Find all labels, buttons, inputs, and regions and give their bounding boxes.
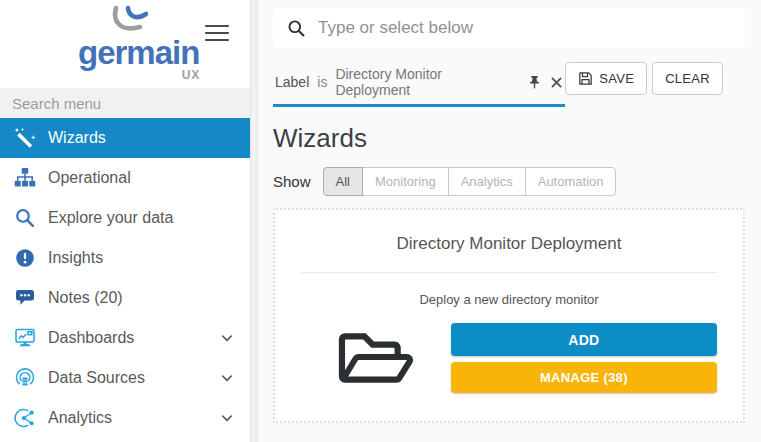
magic-wand-icon [13,127,37,149]
close-icon[interactable] [550,77,563,88]
chevron-down-icon [219,370,235,386]
clear-button[interactable]: CLEAR [652,62,723,95]
save-button[interactable]: SAVE [565,62,647,95]
network-nodes-icon [13,407,37,429]
sidebar-nav: Wizards Operational [0,118,250,438]
add-button[interactable]: ADD [451,323,717,356]
database-signal-icon [13,367,37,389]
chevron-down-icon [219,410,235,426]
category-tabs: All Monitoring Analytics Automation [323,167,617,196]
filter-chip[interactable]: Label is Directory Monitor Deployment [273,62,565,107]
chat-bubble-icon [13,287,37,309]
magnifier-icon [13,207,37,229]
sidebar-item-label: Dashboards [48,329,134,347]
card-title: Directory Monitor Deployment [301,234,717,254]
card-buttons: ADD MANAGE (38) [451,323,717,393]
card-body: ADD MANAGE (38) [301,323,717,393]
sidebar: germain UX Wizards [0,0,250,442]
sidebar-item-label: Operational [48,169,131,187]
show-label: Show [273,173,311,190]
chevron-down-icon [219,330,235,346]
wizard-card: Directory Monitor Deployment Deploy a ne… [273,208,745,423]
sidebar-item-dashboards[interactable]: Dashboards [0,318,250,358]
tab-monitoring[interactable]: Monitoring [362,167,449,196]
hamburger-menu-icon[interactable] [204,22,230,47]
sidebar-item-notes[interactable]: Notes (20) [0,278,250,318]
open-folder-icon [301,325,451,391]
sidebar-item-label: Insights [48,249,103,267]
logo-row: germain UX [0,0,250,88]
card-description: Deploy a new directory monitor [301,292,717,307]
global-search-input[interactable] [318,18,731,38]
sidebar-scrollbar[interactable] [250,0,258,442]
sidebar-item-explore-your-data[interactable]: Explore your data [0,198,250,238]
search-icon [287,19,306,38]
alert-circle-icon [13,247,37,269]
filter-field: Label [275,74,309,90]
pushpin-icon[interactable] [527,75,542,90]
sidebar-item-label: Explore your data [48,209,173,227]
sidebar-search-input[interactable] [0,88,250,118]
show-filter-row: Show All Monitoring Analytics Automation [273,167,745,196]
filter-value: Directory Monitor Deployment [335,66,519,98]
sidebar-item-data-sources[interactable]: Data Sources [0,358,250,398]
main-content: Label is Directory Monitor Deployment SA… [258,0,761,442]
brand-logo: germain UX [78,36,199,69]
sidebar-item-wizards[interactable]: Wizards [0,118,250,158]
card-divider [301,272,717,273]
filter-row: Label is Directory Monitor Deployment SA… [273,62,745,107]
filter-actions: SAVE CLEAR [565,62,723,95]
save-disk-icon [578,71,593,86]
tab-analytics[interactable]: Analytics [448,167,526,196]
clear-button-label: CLEAR [665,71,710,86]
page-title: Wizards [273,123,745,154]
sidebar-item-label: Notes (20) [48,289,123,307]
logo-swoosh-icon [104,5,150,39]
brand-name: germain [78,34,199,71]
sidebar-item-label: Analytics [48,409,112,427]
sidebar-item-insights[interactable]: Insights [0,238,250,278]
brand-sub: UX [182,68,201,82]
sidebar-item-operational[interactable]: Operational [0,158,250,198]
sidebar-item-label: Wizards [48,129,106,147]
app-window: germain UX Wizards [0,0,761,442]
manage-button[interactable]: MANAGE (38) [451,362,717,393]
sidebar-item-label: Data Sources [48,369,145,387]
tab-all[interactable]: All [323,167,363,196]
filter-operator: is [317,74,327,90]
sitemap-icon [13,167,37,189]
global-search-box[interactable] [273,8,745,48]
sidebar-item-analytics[interactable]: Analytics [0,398,250,438]
save-button-label: SAVE [599,71,634,86]
tab-automation[interactable]: Automation [525,167,617,196]
monitor-chart-icon [13,327,37,349]
